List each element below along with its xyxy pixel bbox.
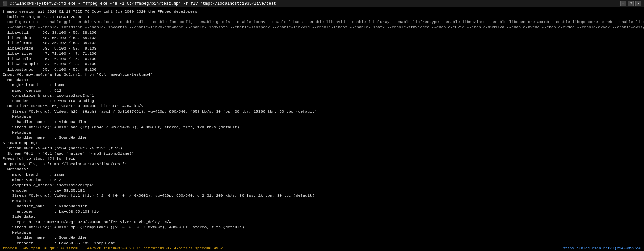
terminal-line: libavfilter 7. 71.100 / 7. 71.100 [3, 51, 641, 56]
terminal-body: ffmpeg version git-2020-01-13-7225479 Co… [0, 7, 644, 251]
maximize-button[interactable]: □ [628, 1, 634, 6]
terminal-line: handler_name : VideoHandler [3, 119, 641, 125]
terminal-line: handler_name : VideoHandler [3, 204, 641, 209]
title-bar: ⬛ C:\Windows\system32\cmd.exe - ffmpeg.e… [0, 0, 644, 7]
terminal-line: Press [q] to stop, [?] for help [3, 156, 641, 161]
url-link[interactable]: https://blog.csdn.net/ljx1400052550 [563, 246, 641, 250]
terminal-line: major_brand : isom [3, 172, 641, 177]
terminal-line: handler_name : SoundHandler [3, 235, 641, 240]
terminal-line: libavcodec 58. 65.103 / 58. 65.103 [3, 35, 641, 41]
terminal-line: frame= 699 fps= 30 q=31.0 size= 4479kB t… [3, 246, 641, 251]
terminal-line: Stream #0:0 -> #0:0 (h264 (native) -> fl… [3, 146, 641, 151]
terminal-line: encoder : UPYUN Transcoding [3, 98, 641, 104]
terminal-line: Output #0, flv, to 'rtmp://localhost:193… [3, 161, 641, 167]
terminal-line: handler_name : SoundHandler [3, 135, 641, 140]
status-bar: https://blog.csdn.net/ljx1400052550 [560, 246, 644, 251]
terminal-line: minor_version : 512 [3, 177, 641, 183]
terminal-line: encoder : Lavc58.65.103 flv [3, 209, 641, 214]
terminal-line: libpostproc 55. 6.100 / 55. 6.100 [3, 67, 641, 72]
terminal-line: Metadata: [3, 167, 641, 172]
terminal-line: Metadata: [3, 198, 641, 204]
terminal-line: Stream mapping: [3, 140, 641, 146]
terminal-line: libswresample 3. 6.100 / 3. 6.100 [3, 61, 641, 67]
terminal-line: ffmpeg version git-2020-01-13-7225479 Co… [3, 9, 641, 14]
window-controls: ─ □ ✕ [620, 1, 641, 6]
terminal-line: encoder : Lavf58.35.102 [3, 188, 641, 193]
terminal-line: Input #0, mov,mp4,m4a,3gp,3g2,mj2, from … [3, 72, 641, 77]
terminal-line: --enable-gmp --enable-libridstab --enabl… [3, 25, 641, 30]
terminal-line: encoder : Lavc58.65.103 libmp3lame [3, 240, 641, 246]
terminal-line: libavutil 56. 38.100 / 56. 38.100 [3, 30, 641, 35]
terminal-line: Side data: [3, 214, 641, 219]
terminal-line: cpb: bitrate max/min/avg: 0/0/200000 buf… [3, 219, 641, 225]
terminal-line: Duration: 00:00:58.65, start: 0.000000, … [3, 103, 641, 109]
terminal-output: ffmpeg version git-2020-01-13-7225479 Co… [3, 9, 641, 251]
terminal-line: libswscale 5. 6.100 / 5. 6.100 [3, 56, 641, 62]
title-bar-left: ⬛ C:\Windows\system32\cmd.exe - ffmpeg.e… [3, 1, 276, 6]
terminal-line: Stream #0:0(und): Video: h264 (High) (av… [3, 109, 641, 114]
terminal-line: configuration: --enable-gpl --enable-ver… [3, 19, 641, 25]
window-title: C:\Windows\system32\cmd.exe - ffmpeg.exe… [10, 1, 276, 6]
terminal-line: minor_version : 512 [3, 88, 641, 93]
terminal-line: libavformat 58. 35.102 / 58. 35.102 [3, 40, 641, 46]
terminal-line: Stream #0:1(und): Audio: aac (LC) (mp4a … [3, 124, 641, 130]
terminal-line: Metadata: [3, 114, 641, 119]
minimize-button[interactable]: ─ [620, 1, 626, 6]
terminal-line: Metadata: [3, 130, 641, 135]
terminal-line: compatible_brands: isomiso2avcImp41 [3, 93, 641, 98]
terminal-line: built with gcc 9.2.1 (GCC) 20200111 [3, 14, 641, 20]
terminal-line: Stream #0:1 -> #0:1 (aac (native) -> mp3… [3, 151, 641, 156]
cmd-icon: ⬛ [3, 1, 7, 6]
terminal-line: major_brand : isom [3, 82, 641, 88]
terminal-line: Metadata: [3, 230, 641, 235]
terminal-line: Stream #0:1(und): Audio: mp3 (libmp3lame… [3, 225, 641, 230]
terminal-line: Stream #0:0(und): Video: flv1 (flv) ([2]… [3, 193, 641, 198]
terminal-line: compatible_brands: isomiso2avcImp41 [3, 182, 641, 188]
terminal-line: Metadata: [3, 77, 641, 83]
close-button[interactable]: ✕ [635, 1, 641, 6]
terminal-line: libavdevice 58. 9.103 / 58. 9.103 [3, 46, 641, 51]
